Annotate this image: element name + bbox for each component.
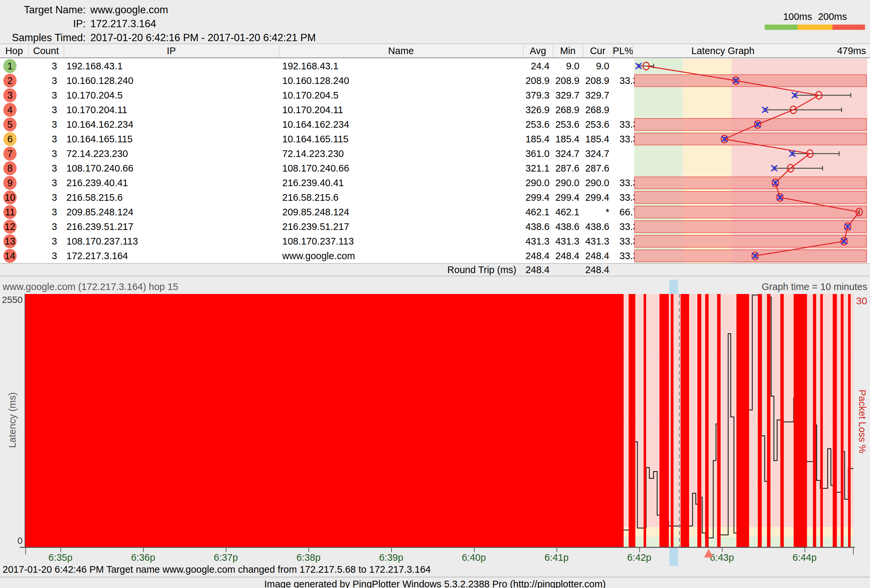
column-header-avg[interactable]: Avg — [523, 44, 553, 57]
hop-badge: 10 — [3, 190, 16, 204]
hop-count: 3 — [32, 102, 57, 117]
header-divider — [64, 46, 64, 57]
legend-red-segment — [833, 25, 865, 30]
hop-name: 216.239.51.217 — [282, 219, 495, 234]
hop-ip: 72.14.223.230 — [66, 146, 272, 161]
hop-name: 10.170.204.11 — [282, 102, 495, 117]
x-tick — [143, 548, 144, 552]
hop-name: www.google.com — [282, 248, 495, 263]
x-tick-edge-left — [25, 548, 26, 554]
column-header-latencygraph[interactable]: Latency Graph — [633, 44, 813, 57]
focus-band-handle[interactable] — [669, 280, 678, 294]
hop-badge: 8 — [3, 161, 16, 175]
column-header-name[interactable]: Name — [279, 44, 523, 57]
hop-count: 3 — [32, 190, 57, 205]
hop-name: 10.164.162.234 — [282, 117, 495, 132]
hop-badge: 5 — [3, 117, 16, 131]
hop-count: 3 — [32, 132, 57, 146]
column-header-ip[interactable]: IP — [64, 44, 279, 57]
hop-badge: 11 — [3, 205, 16, 219]
hop-count: 3 — [32, 146, 57, 161]
hop-pl — [585, 59, 638, 73]
x-tick — [557, 548, 557, 552]
header-divider — [28, 46, 28, 57]
hop-ip: 10.164.165.115 — [66, 132, 272, 146]
samples-timed-value: 2017-01-20 6:42:16 PM - 2017-01-20 6:42:… — [90, 31, 489, 45]
hop-name: 10.160.128.240 — [282, 73, 495, 88]
hop-count: 3 — [32, 117, 57, 132]
x-tick — [308, 548, 309, 552]
hop-ip: 192.168.43.1 — [66, 59, 272, 73]
graph-time-label: Graph time = 10 minutes — [668, 281, 867, 293]
hop-badge: 14 — [3, 249, 16, 263]
round-trip-cur: 248.4 — [556, 264, 609, 276]
header-divider — [583, 46, 583, 57]
column-header-min[interactable]: Min — [553, 44, 583, 57]
x-tick — [804, 548, 805, 552]
hop-pl — [585, 161, 638, 175]
header-divider — [633, 46, 633, 57]
hop-pl — [585, 88, 638, 102]
x-tick-label-644p: 6:44p — [781, 552, 828, 563]
hop-ip: 108.170.237.113 — [66, 234, 272, 248]
hop-pl: 33.3 — [585, 234, 638, 248]
x-tick-label-640p: 6:40p — [451, 552, 497, 563]
latency-graph-column — [634, 59, 867, 263]
pingplotter-window: Target Name: www.google.com IP: 172.217.… — [0, 0, 870, 588]
hop-name: 10.164.165.115 — [282, 132, 495, 146]
x-tick — [639, 548, 640, 552]
x-tick-label-639p: 6:39p — [368, 552, 414, 563]
header-divider — [279, 46, 279, 57]
column-header-count[interactable]: Count — [28, 44, 64, 57]
hop-ip: 209.85.248.124 — [66, 205, 272, 219]
x-tick — [226, 548, 226, 552]
y-axis-max-label: 2550 — [0, 295, 22, 305]
hop-badge: 2 — [3, 74, 16, 88]
hop-badge: 7 — [3, 147, 16, 160]
ip-label: IP: — [3, 17, 86, 31]
hop-count: 3 — [32, 219, 57, 234]
trace-table-header: HopCountIPNameAvgMinCurPL%Latency Graph4… — [0, 43, 870, 58]
hop-ip: 216.239.40.41 — [66, 175, 272, 190]
hop-count: 3 — [32, 73, 57, 88]
status-bar-message: 2017-01-20 6:42:46 PM Target name www.go… — [3, 564, 800, 575]
ip-value: 172.217.3.164 — [90, 17, 489, 31]
hop-badge: 6 — [3, 132, 16, 146]
x-tick — [60, 548, 61, 552]
samples-timed-label: Samples Timed: — [3, 31, 86, 45]
hop-pl: 33.3 — [585, 132, 638, 146]
legend-green-segment — [765, 25, 798, 30]
hop-name: 72.14.223.230 — [282, 146, 495, 161]
x-tick — [474, 548, 475, 552]
x-tick — [391, 548, 392, 552]
hop-pl: 33.3 — [585, 190, 638, 205]
column-header-pl[interactable]: PL% — [613, 44, 633, 57]
timeline-title: www.google.com (172.217.3.164) hop 15 — [3, 281, 178, 293]
column-header-cur[interactable]: Cur — [583, 44, 613, 57]
round-trip-row: Round Trip (ms) 248.4 248.4 — [0, 263, 870, 276]
hop-count: 3 — [32, 88, 57, 102]
footer-credit: Image generated by PingPlotter Windows 5… — [0, 579, 870, 588]
hop-badge: 9 — [3, 176, 16, 190]
legend-yellow-segment — [798, 25, 833, 30]
footer-divider — [0, 577, 870, 578]
hop-name: 108.170.240.66 — [282, 161, 495, 175]
hop-badge: 12 — [3, 220, 16, 234]
hop-ip: 10.170.204.5 — [66, 88, 272, 102]
hop-pl — [585, 146, 638, 161]
hop-ip: 216.58.215.6 — [66, 190, 272, 205]
hop-ip: 172.217.3.164 — [66, 248, 272, 263]
event-marker-triangle[interactable] — [704, 549, 713, 557]
hop-ip: 10.160.128.240 — [66, 73, 272, 88]
legend-200ms-label: 200ms — [806, 11, 859, 22]
latency-scale-label: 479ms — [813, 44, 866, 57]
x-tick-label-638p: 6:38p — [285, 552, 332, 563]
hop-name: 209.85.248.124 — [282, 205, 495, 219]
column-header-hop[interactable]: Hop — [0, 44, 28, 57]
hop-name: 10.170.204.5 — [282, 88, 495, 102]
x-tick-edge-right — [853, 548, 854, 554]
hop-pl: 33.3 — [585, 73, 638, 88]
focus-band-handle-bottom[interactable] — [669, 548, 678, 566]
total-loss-region — [25, 294, 624, 547]
hop-count: 3 — [32, 175, 57, 190]
